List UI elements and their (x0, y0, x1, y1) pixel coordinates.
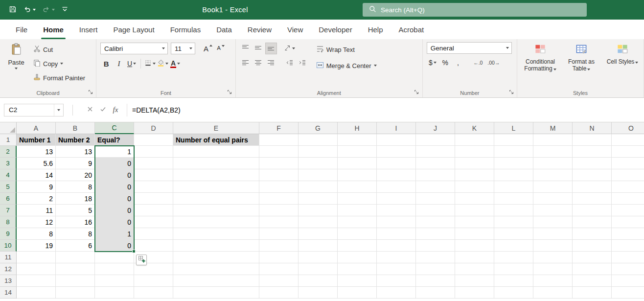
cell-L11[interactable] (494, 252, 533, 263)
tab-view[interactable]: View (279, 20, 311, 39)
cell-O8[interactable] (612, 216, 644, 228)
cell-L7[interactable] (494, 205, 533, 216)
cell-A10[interactable]: 19 (17, 240, 56, 252)
cell-D6[interactable] (134, 193, 173, 205)
column-header-C[interactable]: C (95, 122, 134, 134)
comma-style-button[interactable]: , (452, 57, 464, 69)
redo-button[interactable] (42, 5, 55, 15)
cell-H5[interactable] (338, 181, 377, 193)
cell-N12[interactable] (573, 263, 612, 275)
cell-L10[interactable] (494, 240, 533, 252)
cell-M12[interactable] (533, 263, 573, 275)
font-family-select[interactable]: Calibri (100, 43, 168, 54)
decrease-font-size-button[interactable]: A (215, 43, 227, 54)
cell-N5[interactable] (573, 181, 612, 193)
cell-D5[interactable] (134, 181, 173, 193)
cell-K14[interactable] (455, 287, 494, 299)
row-header-5[interactable]: 5 (0, 181, 17, 193)
cell-N6[interactable] (573, 193, 612, 205)
decrease-indent-button[interactable] (284, 58, 296, 69)
cell-L9[interactable] (494, 228, 533, 240)
cell-styles-button[interactable]: Cell Styles (603, 42, 642, 72)
fill-handle[interactable] (132, 250, 136, 253)
cell-O6[interactable] (612, 193, 644, 205)
column-header-E[interactable]: E (173, 122, 259, 134)
cell-K6[interactable] (455, 193, 494, 205)
cell-A8[interactable]: 12 (17, 216, 56, 228)
conditional-formatting-button[interactable]: Conditional Formatting (521, 42, 559, 72)
cell-N10[interactable] (573, 240, 612, 252)
cell-N4[interactable] (573, 169, 612, 181)
cell-I6[interactable] (377, 193, 416, 205)
cell-M6[interactable] (533, 193, 573, 205)
align-center-button[interactable] (253, 58, 264, 69)
cell-O4[interactable] (612, 169, 644, 181)
cell-F14[interactable] (259, 287, 299, 299)
font-color-button[interactable]: A (169, 58, 181, 69)
select-all-button[interactable] (0, 122, 17, 134)
cell-O11[interactable] (612, 252, 644, 263)
cell-J5[interactable] (416, 181, 455, 193)
cell-H11[interactable] (338, 252, 377, 263)
cell-F10[interactable] (259, 240, 299, 252)
cell-I4[interactable] (377, 169, 416, 181)
cell-H8[interactable] (338, 216, 377, 228)
cell-G9[interactable] (299, 228, 338, 240)
cell-I9[interactable] (377, 228, 416, 240)
cell-C9[interactable]: 1 (95, 228, 134, 240)
cell-B14[interactable] (56, 287, 95, 299)
cell-E9[interactable] (173, 228, 259, 240)
paste-button[interactable]: Paste (4, 42, 28, 83)
cell-J7[interactable] (416, 205, 455, 216)
cell-F7[interactable] (259, 205, 299, 216)
number-dialog-launcher[interactable] (508, 89, 514, 95)
row-header-2[interactable]: 2 (0, 146, 17, 158)
cell-F4[interactable] (259, 169, 299, 181)
cell-K7[interactable] (455, 205, 494, 216)
cell-O5[interactable] (612, 181, 644, 193)
cell-G5[interactable] (299, 181, 338, 193)
cell-C12[interactable] (95, 263, 134, 275)
cell-L14[interactable] (494, 287, 533, 299)
cell-A11[interactable] (17, 252, 56, 263)
tab-review[interactable]: Review (240, 20, 279, 39)
cell-J10[interactable] (416, 240, 455, 252)
cell-G2[interactable] (299, 146, 338, 158)
cell-I8[interactable] (377, 216, 416, 228)
cell-K3[interactable] (455, 158, 494, 169)
cell-N1[interactable] (573, 134, 612, 146)
cell-F6[interactable] (259, 193, 299, 205)
cell-A6[interactable]: 2 (17, 193, 56, 205)
cell-M4[interactable] (533, 169, 573, 181)
cell-E8[interactable] (173, 216, 259, 228)
cell-B7[interactable]: 5 (56, 205, 95, 216)
cell-J4[interactable] (416, 169, 455, 181)
cell-D14[interactable] (134, 287, 173, 299)
cell-J3[interactable] (416, 158, 455, 169)
name-box[interactable]: C2 (4, 104, 64, 116)
tab-formulas[interactable]: Formulas (162, 20, 209, 39)
cell-I10[interactable] (377, 240, 416, 252)
cell-N13[interactable] (573, 275, 612, 287)
cell-L6[interactable] (494, 193, 533, 205)
align-bottom-button[interactable] (265, 43, 277, 54)
cell-O10[interactable] (612, 240, 644, 252)
formula-input[interactable]: =DELTA(A2,B2) (132, 106, 181, 114)
cell-C10[interactable]: 0 (95, 240, 134, 252)
cell-D9[interactable] (134, 228, 173, 240)
cell-H2[interactable] (338, 146, 377, 158)
row-header-11[interactable]: 11 (0, 252, 17, 263)
cell-L13[interactable] (494, 275, 533, 287)
cell-E12[interactable] (173, 263, 259, 275)
align-top-button[interactable] (240, 43, 252, 54)
cell-A7[interactable]: 11 (17, 205, 56, 216)
cell-C4[interactable]: 0 (95, 169, 134, 181)
format-as-table-button[interactable]: Format as Table (562, 42, 600, 72)
cell-H13[interactable] (338, 275, 377, 287)
cell-G12[interactable] (299, 263, 338, 275)
row-header-7[interactable]: 7 (0, 205, 17, 216)
cell-O1[interactable] (612, 134, 644, 146)
cell-D7[interactable] (134, 205, 173, 216)
cell-J2[interactable] (416, 146, 455, 158)
cell-I13[interactable] (377, 275, 416, 287)
